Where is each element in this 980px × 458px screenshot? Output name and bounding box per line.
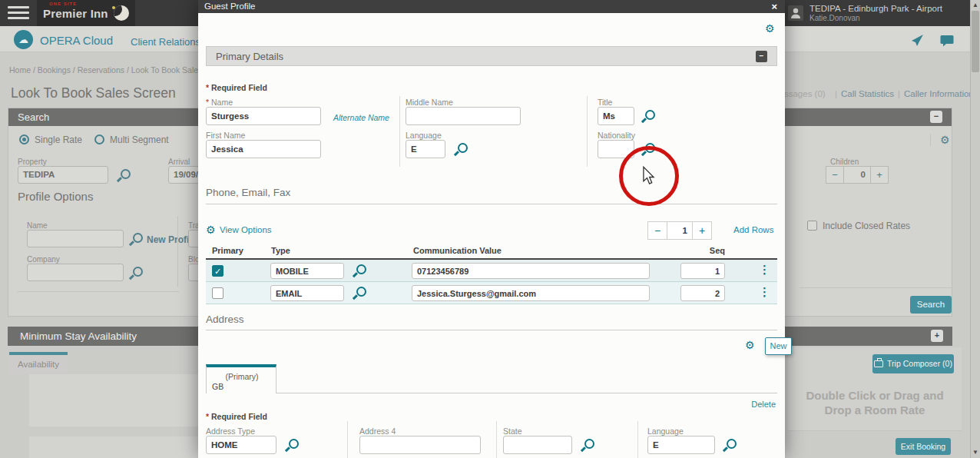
modal-settings-gear-icon[interactable]: ⚙ — [765, 23, 775, 34]
company-search-icon[interactable] — [130, 267, 143, 280]
divider — [788, 430, 962, 431]
state-input[interactable] — [503, 436, 572, 454]
new-address-button[interactable]: New — [765, 337, 792, 355]
trip-composer-button[interactable]: Trip Composer (0) — [872, 354, 954, 373]
divider — [276, 393, 777, 393]
nav-client-relations[interactable]: Client Relations — [131, 36, 200, 48]
quick-launch-rocket-icon[interactable] — [910, 34, 925, 51]
address-language-search-icon[interactable] — [723, 439, 737, 452]
include-closed-rates-checkbox[interactable] — [807, 221, 817, 231]
children-increment-button[interactable]: + — [870, 166, 889, 184]
communication-value-input[interactable]: 07123456789 — [412, 263, 650, 279]
required-field-note: * Required Field — [206, 412, 267, 421]
link-caller-information[interactable]: Caller Information — [904, 89, 974, 98]
logged-in-user: Katie.Donovan — [809, 14, 860, 22]
state-search-icon[interactable] — [581, 439, 594, 452]
scroll-up-arrow[interactable]: ▲ — [972, 2, 978, 8]
availability-content-placeholder — [29, 436, 198, 458]
language-search-icon[interactable] — [455, 143, 468, 156]
state-label: State — [503, 426, 522, 436]
alternate-name-link[interactable]: Alternate Name — [333, 113, 389, 122]
modal-title: Guest Profile — [204, 2, 255, 11]
title-label: Title — [598, 98, 612, 107]
address4-label: Address 4 — [359, 426, 396, 436]
breadcrumb[interactable]: Home / Bookings / Reservations / Look To… — [9, 65, 230, 75]
address-language-input[interactable]: E — [647, 436, 715, 454]
primary-checkbox[interactable] — [212, 287, 223, 299]
type-input[interactable]: MOBILE — [270, 263, 344, 279]
row-actions-kebab-icon[interactable]: ⋮ — [759, 285, 770, 299]
single-rate-label: Single Rate — [35, 134, 82, 145]
nationality-label: Nationality — [598, 131, 635, 140]
property-search-icon[interactable] — [118, 169, 131, 182]
delete-address-link[interactable]: Delete — [736, 400, 776, 409]
divider — [637, 421, 638, 458]
view-options-link[interactable]: View Options — [220, 225, 272, 234]
multi-segment-label: Multi Segment — [110, 134, 169, 145]
children-decrement-button[interactable]: − — [826, 166, 844, 184]
type-input[interactable]: EMAIL — [270, 285, 344, 301]
modal-header: Guest Profile × — [198, 0, 785, 13]
include-closed-rates-label: Include Closed Rates — [823, 221, 910, 231]
title-search-icon[interactable] — [642, 110, 655, 123]
expand-minimum-stay-button[interactable]: + — [931, 330, 943, 342]
multi-segment-radio[interactable] — [94, 134, 104, 144]
language-input[interactable]: E — [406, 140, 445, 158]
address-tab-primary-gb[interactable]: (Primary) GB — [206, 364, 276, 393]
profile-name-search-icon[interactable] — [130, 233, 143, 246]
rows-increment-button[interactable]: + — [692, 221, 712, 240]
user-avatar-icon[interactable] — [788, 5, 803, 21]
rows-decrement-button[interactable]: − — [647, 221, 667, 240]
required-field-note: * Required Field — [206, 83, 267, 92]
nationality-input[interactable] — [598, 140, 634, 158]
arrival-label: Arrival — [168, 158, 190, 166]
page-scrollbar[interactable]: ▲ ▼ — [970, 0, 980, 458]
single-rate-radio[interactable] — [19, 134, 29, 144]
seq-input[interactable]: 2 — [680, 285, 725, 301]
search-panel-title: Search — [18, 111, 49, 123]
property-input[interactable]: TEDIPA — [18, 166, 108, 184]
language-label: Language — [406, 131, 442, 140]
seq-input[interactable]: 1 — [680, 263, 725, 279]
last-name-input[interactable]: Sturgess — [206, 107, 321, 125]
hamburger-menu-icon[interactable] — [8, 6, 29, 20]
link-call-statistics[interactable]: Call Statistics — [841, 89, 894, 98]
separator: | — [898, 89, 900, 98]
view-options-gear-icon[interactable]: ⚙ — [206, 224, 216, 235]
middle-name-input[interactable] — [406, 107, 521, 125]
rows-count-value[interactable]: 1 — [667, 221, 692, 240]
children-value[interactable]: 0 — [844, 166, 870, 184]
tab-availability[interactable]: Availability — [9, 352, 68, 374]
primary-checkbox[interactable]: ✓ — [212, 265, 223, 277]
scroll-down-arrow[interactable]: ▼ — [972, 449, 978, 456]
search-settings-gear-icon[interactable]: ⚙ — [940, 134, 950, 145]
row-actions-kebab-icon[interactable]: ⋮ — [759, 263, 770, 277]
close-icon[interactable]: × — [771, 1, 777, 12]
chat-bubble-icon[interactable] — [940, 35, 954, 50]
title-input[interactable]: Ms — [598, 107, 634, 125]
profile-name-input[interactable] — [27, 230, 124, 247]
premier-inn-logo: ONE SITE Premier Inn — [37, 0, 135, 26]
address-settings-gear-icon[interactable]: ⚙ — [745, 340, 755, 350]
first-name-input[interactable]: Jessica — [206, 140, 321, 158]
nationality-search-icon[interactable] — [642, 143, 655, 156]
communication-row: EMAIL Jessica.Sturgess@gmail.com 2 ⋮ — [206, 282, 777, 304]
type-search-icon[interactable] — [353, 287, 366, 300]
collapse-primary-details-button[interactable]: − — [756, 51, 767, 62]
collapse-search-button[interactable]: − — [930, 111, 942, 123]
primary-details-header[interactable]: Primary Details − — [206, 46, 777, 66]
company-input[interactable] — [27, 264, 124, 281]
divider — [347, 421, 348, 458]
add-rows-link[interactable]: Add Rows — [733, 225, 773, 234]
search-button[interactable]: Search — [910, 296, 952, 314]
scrollbar-thumb[interactable] — [972, 11, 979, 72]
type-search-icon[interactable] — [353, 264, 366, 277]
divider — [930, 134, 931, 146]
exit-booking-button[interactable]: Exit Booking — [896, 438, 951, 455]
trip-composer-label: Trip Composer (0) — [887, 359, 952, 368]
brand-name: Premier Inn — [43, 7, 108, 20]
address-type-search-icon[interactable] — [286, 439, 299, 452]
address-type-input[interactable]: HOME — [206, 436, 276, 454]
address4-input[interactable] — [359, 436, 481, 454]
communication-value-input[interactable]: Jessica.Sturgess@gmail.com — [412, 285, 650, 301]
